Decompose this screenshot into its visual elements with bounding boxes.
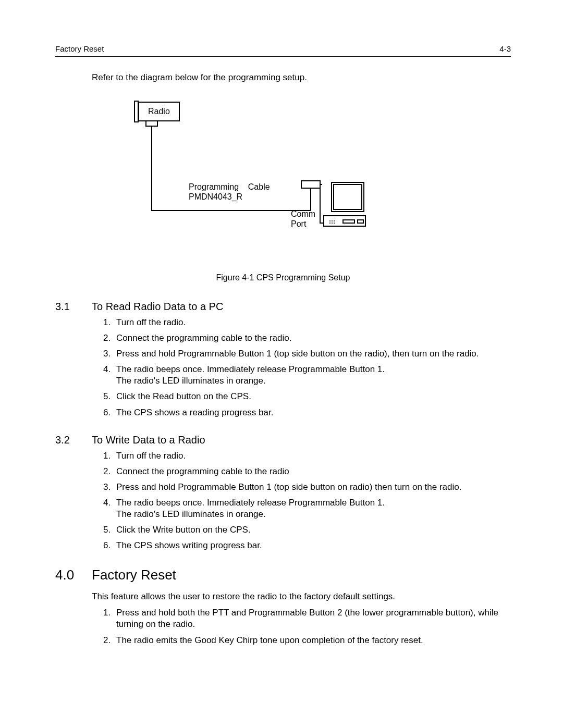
svg-point-12 [332, 220, 333, 221]
svg-point-16 [334, 223, 335, 224]
list-item: Click the Write button on the CPS. [113, 524, 511, 536]
section-3-1-heading: 3.1 To Read Radio Data to a PC [55, 301, 511, 313]
page-header: Factory Reset 4-3 [55, 44, 511, 57]
list-item: Press and hold Programmable Button 1 (to… [113, 348, 511, 360]
list-item: The radio emits the Good Key Chirp tone … [113, 635, 511, 646]
svg-rect-4 [301, 181, 320, 188]
radio-label: Radio [148, 107, 170, 116]
svg-point-15 [332, 223, 333, 224]
section-title: Factory Reset [92, 567, 176, 583]
svg-rect-1 [134, 101, 138, 122]
list-item: Connect the programming cable to the rad… [113, 466, 511, 477]
svg-rect-18 [358, 220, 363, 223]
programming-cable-label-1: Programming Cable [189, 182, 270, 191]
section-title: To Write Data to a Radio [92, 434, 205, 446]
svg-rect-8 [332, 182, 364, 212]
section-4-0-steps: Press and hold both the PTT and Programm… [100, 607, 511, 646]
page: Factory Reset 4-3 Refer to the diagram b… [0, 0, 563, 728]
section-4-0-body: This feature allows the user to restore … [92, 591, 511, 602]
list-item: The CPS shows writing progress bar. [113, 540, 511, 551]
figure-caption: Figure 4-1 CPS Programming Setup [55, 273, 511, 282]
section-3-2-steps: Turn off the radio.Connect the programmi… [100, 450, 511, 552]
section-title: To Read Radio Data to a PC [92, 301, 223, 313]
intro-text: Refer to the diagram below for the progr… [92, 72, 511, 83]
list-item: The radio beeps once. Immediately releas… [113, 364, 511, 387]
svg-rect-2 [146, 121, 157, 126]
section-4-0-heading: 4.0 Factory Reset [55, 567, 511, 583]
computer-icon [324, 182, 365, 226]
list-item: The radio beeps once. Immediately releas… [113, 497, 511, 520]
programming-setup-diagram: Radio Programming Cable PMDN4043_R Comm … [55, 96, 511, 263]
list-item: Connect the programming cable to the rad… [113, 332, 511, 344]
list-item: Turn off the radio. [113, 317, 511, 328]
svg-rect-9 [334, 184, 362, 209]
section-3-1-steps: Turn off the radio.Connect the programmi… [100, 317, 511, 418]
header-left: Factory Reset [55, 44, 104, 53]
svg-point-13 [334, 220, 335, 221]
programming-cable-label-2: PMDN4043_R [189, 192, 242, 202]
list-item: Press and hold Programmable Button 1 (to… [113, 482, 511, 493]
svg-point-11 [329, 220, 331, 221]
section-3-2-heading: 3.2 To Write Data to a Radio [55, 434, 511, 446]
list-item: Click the Read button on the CPS. [113, 391, 511, 402]
list-item: Turn off the radio. [113, 450, 511, 462]
section-number: 3.2 [55, 434, 92, 446]
section-number: 3.1 [55, 301, 92, 313]
comm-port-label-2: Port [291, 219, 307, 228]
list-item: The CPS shows a reading progress bar. [113, 407, 511, 418]
section-number: 4.0 [55, 567, 92, 583]
list-item: Press and hold both the PTT and Programm… [113, 607, 511, 630]
header-right: 4-3 [499, 44, 511, 53]
svg-rect-17 [343, 220, 354, 223]
comm-port-label-1: Comm [291, 209, 315, 218]
svg-point-14 [329, 223, 331, 224]
